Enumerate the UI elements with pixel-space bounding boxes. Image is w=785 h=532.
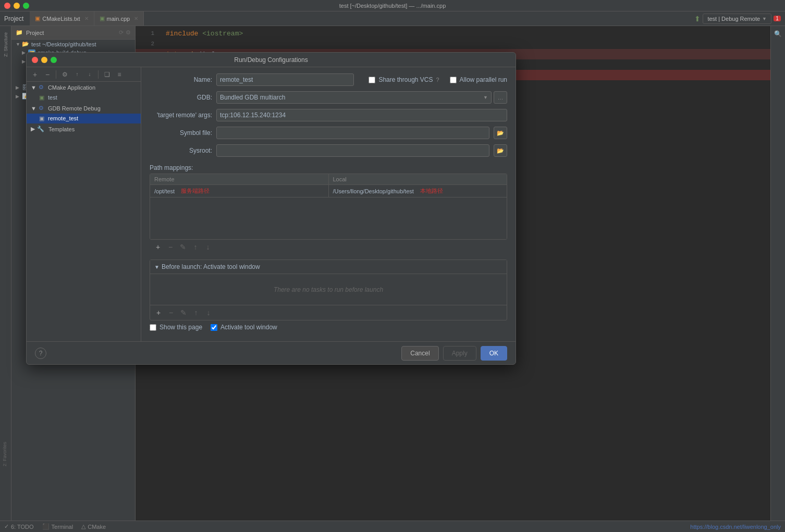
show-page-label: Show this page	[160, 324, 202, 331]
activate-tool-window-checkbox[interactable]	[211, 324, 217, 331]
cmake-application-section[interactable]: ▼ ⚙ CMake Application	[27, 82, 141, 93]
before-launch-arrow: ▼	[154, 264, 160, 270]
bl-up-button[interactable]: ↑	[191, 307, 201, 318]
sync-icon[interactable]: ⟳	[119, 29, 124, 36]
right-tool-icon[interactable]: 🔍	[772, 28, 784, 40]
help-button[interactable]: ?	[35, 348, 46, 359]
move-down-button[interactable]: ↓	[84, 69, 95, 80]
project-title: Project	[26, 30, 44, 36]
gdb-dropdown-arrow: ▼	[483, 95, 488, 100]
pm-remote-cell: /opt/test 服务端路径	[150, 185, 329, 197]
cmake-label: CMake	[88, 524, 106, 530]
sysroot-browse-button[interactable]: 📂	[494, 144, 507, 157]
close-button[interactable]	[4, 3, 10, 9]
pm-add-button[interactable]: +	[153, 242, 163, 252]
templates-section[interactable]: ▶ 🔧 Templates	[27, 123, 141, 134]
ok-button[interactable]: OK	[481, 346, 507, 361]
symbol-browse-button[interactable]: 📂	[494, 127, 507, 139]
folder-browse-icon: 📂	[497, 130, 504, 137]
navigate-back-icon[interactable]: ⬆	[694, 15, 701, 23]
share-vcs-help-icon[interactable]: ?	[436, 77, 439, 83]
target-remote-input[interactable]	[216, 109, 507, 121]
settings-icon[interactable]: ⚙	[126, 29, 131, 36]
cmake-test-label: test	[48, 94, 57, 101]
structure-label[interactable]: Z: Structure	[3, 32, 8, 57]
footer-right: Cancel Apply OK	[401, 346, 507, 361]
filter-button[interactable]: ❏	[102, 69, 112, 80]
gdb-select[interactable]: Bundled GDB multiarch ▼	[216, 91, 492, 104]
before-launch-section: ▼ Before launch: Activate tool window Th…	[150, 259, 507, 320]
name-input[interactable]	[216, 73, 354, 86]
terminal-item[interactable]: ⬛ Terminal	[42, 523, 73, 530]
target-remote-row: 'target remote' args:	[150, 109, 507, 121]
gdb-label: GDB:	[150, 94, 212, 101]
minimize-button[interactable]	[14, 3, 20, 9]
before-launch-header[interactable]: ▼ Before launch: Activate tool window	[150, 260, 507, 274]
symbol-file-label: Symbol file:	[150, 129, 212, 137]
cmake-test-item[interactable]: ▣ test	[27, 93, 141, 103]
run-config-button[interactable]: test | Debug Remote ▼	[703, 14, 771, 24]
sysroot-input[interactable]	[216, 144, 489, 157]
project-header: 📁 Project ⟳ ⚙	[11, 26, 135, 40]
dialog-footer: ? Cancel Apply OK	[27, 341, 516, 364]
todo-item[interactable]: ✓ 6: TODO	[4, 523, 34, 530]
project-tab[interactable]: Project	[0, 11, 28, 26]
symbol-file-input[interactable]	[216, 127, 489, 139]
gdb-select-row: Bundled GDB multiarch ▼ …	[216, 91, 507, 104]
gdb-remote-section[interactable]: ▼ ⚙ GDB Remote Debug	[27, 103, 141, 114]
sort-button[interactable]: ≡	[114, 69, 125, 80]
dialog-traffic-lights[interactable]	[32, 57, 57, 63]
top-right-toolbar: ⬆ test | Debug Remote ▼ 1	[694, 14, 785, 24]
allow-parallel-label: Allow parallel run	[460, 76, 507, 83]
maximize-button[interactable]	[23, 3, 29, 9]
share-vcs-checkbox[interactable]	[369, 77, 375, 83]
share-vcs-row: Share through VCS ?	[369, 76, 439, 83]
todo-label: 6: TODO	[11, 524, 34, 530]
bl-down-button[interactable]: ↓	[203, 307, 214, 318]
error-badge: 1	[774, 16, 781, 21]
activate-tool-window-label: Activate tool window	[220, 324, 277, 331]
remove-config-button[interactable]: −	[42, 69, 53, 80]
show-page-checkbox[interactable]	[150, 324, 156, 331]
name-row: Name: Share through VCS ? Allow parallel…	[150, 73, 507, 86]
add-config-button[interactable]: +	[30, 69, 40, 80]
project-icon: 📁	[16, 29, 23, 36]
remote-test-item[interactable]: ▣ remote_test	[27, 114, 141, 123]
apply-button[interactable]: Apply	[443, 346, 476, 361]
pm-data-row-0[interactable]: /opt/test 服务端路径 /Users/llong/Desktop/git…	[150, 185, 507, 197]
cancel-button[interactable]: Cancel	[401, 346, 438, 361]
sysroot-folder-icon: 📂	[497, 147, 504, 154]
run-debug-dialog: Run/Debug Configurations + − ⚙ ↑ ↓ ❏ ≡	[26, 52, 516, 365]
dialog-max-button[interactable]	[51, 57, 57, 63]
toolbar-separator-1	[56, 70, 56, 79]
sysroot-label: Sysroot:	[150, 147, 212, 154]
cmake-lists-tab[interactable]: ▣ CMakeLists.txt ✕	[30, 11, 94, 26]
bl-add-button[interactable]: +	[153, 307, 164, 318]
favorites-label[interactable]: 2: Favorites	[2, 442, 7, 466]
dialog-min-button[interactable]	[41, 57, 47, 63]
pm-local-header: Local	[329, 174, 507, 184]
cmake-icon: △	[81, 523, 85, 530]
traffic-lights[interactable]	[4, 3, 29, 9]
path-mappings-table: Remote Local /opt/test 服务端路径 /Users/llon…	[150, 174, 507, 240]
pm-up-button[interactable]: ↑	[190, 242, 201, 252]
pm-remove-button[interactable]: −	[165, 242, 176, 252]
gdb-browse-button[interactable]: …	[494, 91, 507, 104]
bl-edit-button[interactable]: ✎	[178, 307, 189, 318]
terminal-icon: ⬛	[42, 523, 50, 530]
copy-config-button[interactable]: ⚙	[59, 69, 70, 80]
pm-down-button[interactable]: ↓	[203, 242, 213, 252]
move-up-button[interactable]: ↑	[72, 69, 82, 80]
pm-edit-button[interactable]: ✎	[178, 242, 188, 252]
templates-arrow: ▶	[31, 126, 35, 132]
cmake-item[interactable]: △ CMake	[81, 523, 106, 530]
close-main-tab[interactable]: ✕	[134, 16, 138, 21]
dialog-close-button[interactable]	[32, 57, 38, 63]
dialog-main: Name: Share through VCS ? Allow parallel…	[141, 67, 516, 341]
code-line-2: 2	[136, 39, 770, 49]
allow-parallel-checkbox[interactable]	[450, 77, 457, 83]
project-root[interactable]: ▼ 📂 test ~/Desktop/github/test	[11, 40, 135, 48]
close-cmake-tab[interactable]: ✕	[84, 16, 89, 21]
main-cpp-tab[interactable]: ▣ main.cpp ✕	[94, 11, 144, 26]
bl-remove-button[interactable]: −	[166, 307, 176, 318]
